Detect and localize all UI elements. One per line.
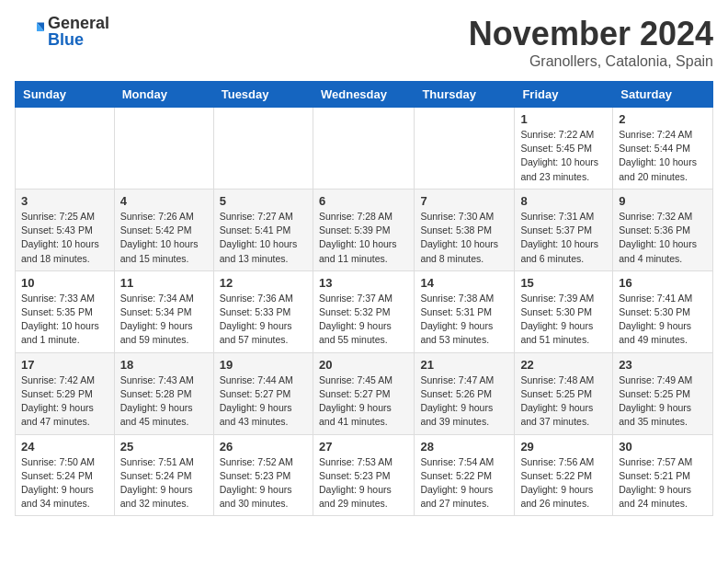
day-number: 6 <box>319 194 408 208</box>
day-info: Sunrise: 7:42 AM Sunset: 5:29 PM Dayligh… <box>21 373 108 430</box>
calendar-cell: 1Sunrise: 7:22 AM Sunset: 5:45 PM Daylig… <box>515 108 613 190</box>
logo-icon <box>15 17 44 46</box>
column-header-sunday: Sunday <box>16 82 115 108</box>
day-number: 25 <box>120 440 208 454</box>
calendar-cell: 8Sunrise: 7:31 AM Sunset: 5:37 PM Daylig… <box>515 189 613 270</box>
column-header-tuesday: Tuesday <box>213 82 313 108</box>
day-number: 21 <box>420 358 508 372</box>
day-number: 8 <box>520 194 607 208</box>
calendar-cell: 19Sunrise: 7:44 AM Sunset: 5:27 PM Dayli… <box>213 352 313 434</box>
logo: General Blue <box>15 15 109 48</box>
day-info: Sunrise: 7:48 AM Sunset: 5:25 PM Dayligh… <box>520 373 607 430</box>
day-number: 19 <box>220 358 307 372</box>
logo-blue: Blue <box>48 31 109 48</box>
day-info: Sunrise: 7:25 AM Sunset: 5:43 PM Dayligh… <box>21 210 108 266</box>
day-number: 3 <box>21 194 108 208</box>
day-number: 22 <box>520 358 607 372</box>
day-number: 13 <box>319 276 408 290</box>
calendar-cell: 3Sunrise: 7:25 AM Sunset: 5:43 PM Daylig… <box>16 189 115 270</box>
calendar-cell: 30Sunrise: 7:57 AM Sunset: 5:21 PM Dayli… <box>613 434 713 516</box>
day-info: Sunrise: 7:37 AM Sunset: 5:32 PM Dayligh… <box>319 292 408 348</box>
day-number: 16 <box>619 276 707 290</box>
calendar-cell: 26Sunrise: 7:52 AM Sunset: 5:23 PM Dayli… <box>213 434 313 516</box>
calendar-cell: 18Sunrise: 7:43 AM Sunset: 5:28 PM Dayli… <box>114 352 213 434</box>
calendar-cell: 15Sunrise: 7:39 AM Sunset: 5:30 PM Dayli… <box>515 270 613 352</box>
day-number: 30 <box>619 440 707 454</box>
day-number: 2 <box>619 112 707 126</box>
day-info: Sunrise: 7:30 AM Sunset: 5:38 PM Dayligh… <box>420 210 508 266</box>
calendar-cell: 24Sunrise: 7:50 AM Sunset: 5:24 PM Dayli… <box>16 434 115 516</box>
day-number: 7 <box>420 194 508 208</box>
calendar-week-row: 17Sunrise: 7:42 AM Sunset: 5:29 PM Dayli… <box>16 352 713 434</box>
calendar-cell: 5Sunrise: 7:27 AM Sunset: 5:41 PM Daylig… <box>213 189 313 270</box>
day-number: 12 <box>220 276 307 290</box>
day-info: Sunrise: 7:51 AM Sunset: 5:24 PM Dayligh… <box>120 455 208 511</box>
calendar-header-row: SundayMondayTuesdayWednesdayThursdayFrid… <box>16 82 713 108</box>
day-info: Sunrise: 7:38 AM Sunset: 5:31 PM Dayligh… <box>420 292 508 348</box>
calendar-cell: 20Sunrise: 7:45 AM Sunset: 5:27 PM Dayli… <box>313 352 414 434</box>
day-info: Sunrise: 7:22 AM Sunset: 5:45 PM Dayligh… <box>520 128 607 184</box>
logo-general: General <box>48 15 109 31</box>
calendar-week-row: 10Sunrise: 7:33 AM Sunset: 5:35 PM Dayli… <box>16 270 713 352</box>
column-header-wednesday: Wednesday <box>313 82 414 108</box>
column-header-friday: Friday <box>515 82 613 108</box>
day-number: 1 <box>520 112 607 126</box>
calendar-cell: 11Sunrise: 7:34 AM Sunset: 5:34 PM Dayli… <box>114 270 213 352</box>
calendar-cell: 4Sunrise: 7:26 AM Sunset: 5:42 PM Daylig… <box>114 189 213 270</box>
calendar-cell <box>16 108 115 190</box>
day-info: Sunrise: 7:33 AM Sunset: 5:35 PM Dayligh… <box>21 292 108 348</box>
day-number: 14 <box>420 276 508 290</box>
day-info: Sunrise: 7:31 AM Sunset: 5:37 PM Dayligh… <box>520 210 607 266</box>
calendar-cell: 28Sunrise: 7:54 AM Sunset: 5:22 PM Dayli… <box>415 434 515 516</box>
day-info: Sunrise: 7:56 AM Sunset: 5:22 PM Dayligh… <box>520 455 607 511</box>
day-info: Sunrise: 7:45 AM Sunset: 5:27 PM Dayligh… <box>319 373 408 430</box>
calendar-subtitle: Granollers, Catalonia, Spain <box>469 53 713 70</box>
day-number: 10 <box>21 276 108 290</box>
calendar-cell: 22Sunrise: 7:48 AM Sunset: 5:25 PM Dayli… <box>515 352 613 434</box>
calendar-cell: 25Sunrise: 7:51 AM Sunset: 5:24 PM Dayli… <box>114 434 213 516</box>
calendar-cell: 10Sunrise: 7:33 AM Sunset: 5:35 PM Dayli… <box>16 270 115 352</box>
calendar-cell: 9Sunrise: 7:32 AM Sunset: 5:36 PM Daylig… <box>613 189 713 270</box>
day-info: Sunrise: 7:54 AM Sunset: 5:22 PM Dayligh… <box>420 455 508 511</box>
day-info: Sunrise: 7:49 AM Sunset: 5:25 PM Dayligh… <box>619 373 707 430</box>
calendar-cell: 2Sunrise: 7:24 AM Sunset: 5:44 PM Daylig… <box>613 108 713 190</box>
calendar-week-row: 3Sunrise: 7:25 AM Sunset: 5:43 PM Daylig… <box>16 189 713 270</box>
day-info: Sunrise: 7:44 AM Sunset: 5:27 PM Dayligh… <box>220 373 307 430</box>
day-number: 28 <box>420 440 508 454</box>
day-info: Sunrise: 7:43 AM Sunset: 5:28 PM Dayligh… <box>120 373 208 430</box>
calendar-cell: 7Sunrise: 7:30 AM Sunset: 5:38 PM Daylig… <box>415 189 515 270</box>
calendar-title: November 2024 <box>469 15 713 53</box>
day-info: Sunrise: 7:57 AM Sunset: 5:21 PM Dayligh… <box>619 455 707 511</box>
calendar-week-row: 1Sunrise: 7:22 AM Sunset: 5:45 PM Daylig… <box>16 108 713 190</box>
calendar-cell <box>313 108 414 190</box>
day-info: Sunrise: 7:36 AM Sunset: 5:33 PM Dayligh… <box>220 292 307 348</box>
calendar-cell: 17Sunrise: 7:42 AM Sunset: 5:29 PM Dayli… <box>16 352 115 434</box>
day-number: 5 <box>220 194 307 208</box>
calendar-table: SundayMondayTuesdayWednesdayThursdayFrid… <box>15 81 713 516</box>
calendar-cell: 27Sunrise: 7:53 AM Sunset: 5:23 PM Dayli… <box>313 434 414 516</box>
day-info: Sunrise: 7:24 AM Sunset: 5:44 PM Dayligh… <box>619 128 707 184</box>
calendar-week-row: 24Sunrise: 7:50 AM Sunset: 5:24 PM Dayli… <box>16 434 713 516</box>
day-info: Sunrise: 7:41 AM Sunset: 5:30 PM Dayligh… <box>619 292 707 348</box>
column-header-saturday: Saturday <box>613 82 713 108</box>
column-header-thursday: Thursday <box>415 82 515 108</box>
calendar-cell: 6Sunrise: 7:28 AM Sunset: 5:39 PM Daylig… <box>313 189 414 270</box>
day-info: Sunrise: 7:53 AM Sunset: 5:23 PM Dayligh… <box>319 455 408 511</box>
day-number: 11 <box>120 276 208 290</box>
day-info: Sunrise: 7:50 AM Sunset: 5:24 PM Dayligh… <box>21 455 108 511</box>
day-number: 15 <box>520 276 607 290</box>
day-info: Sunrise: 7:39 AM Sunset: 5:30 PM Dayligh… <box>520 292 607 348</box>
day-info: Sunrise: 7:27 AM Sunset: 5:41 PM Dayligh… <box>220 210 307 266</box>
day-number: 4 <box>120 194 208 208</box>
title-area: November 2024 Granollers, Catalonia, Spa… <box>469 15 713 70</box>
day-info: Sunrise: 7:52 AM Sunset: 5:23 PM Dayligh… <box>220 455 307 511</box>
day-number: 27 <box>319 440 408 454</box>
day-info: Sunrise: 7:28 AM Sunset: 5:39 PM Dayligh… <box>319 210 408 266</box>
day-number: 9 <box>619 194 707 208</box>
logo-text: General Blue <box>48 15 109 48</box>
calendar-cell: 13Sunrise: 7:37 AM Sunset: 5:32 PM Dayli… <box>313 270 414 352</box>
day-number: 18 <box>120 358 208 372</box>
day-number: 26 <box>220 440 307 454</box>
calendar-cell: 16Sunrise: 7:41 AM Sunset: 5:30 PM Dayli… <box>613 270 713 352</box>
column-header-monday: Monday <box>114 82 213 108</box>
